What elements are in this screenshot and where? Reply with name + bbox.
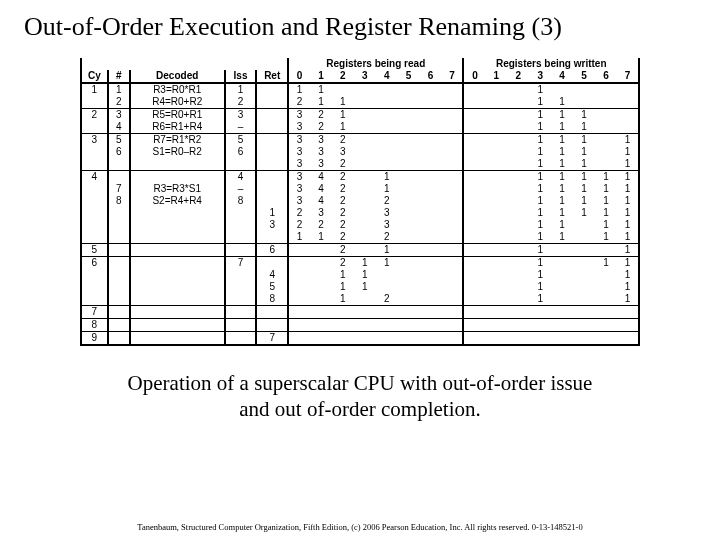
cell-rd3 [354,171,376,184]
table-row: 4R6=R1+R4–321111 [81,121,639,134]
cell-wr5: 1 [573,195,595,207]
cell-wr2 [507,244,529,257]
cell-wr6 [595,269,617,281]
cell-rd0: 3 [288,183,310,195]
cell-num: 1 [108,83,130,96]
table-row: 7 [81,306,639,319]
cell-rd3: 1 [354,281,376,293]
cell-rd7 [442,171,464,184]
cell-wr4: 1 [551,158,573,171]
cell-rd3 [354,96,376,109]
cell-wr0 [463,231,485,244]
caption-line2: and out of-order completion. [239,397,480,421]
cell-decoded: R3=R0*R1 [130,83,225,96]
cell-cy [81,158,108,171]
cell-wr3: 1 [529,183,551,195]
cell-decoded: S1=R0–R2 [130,146,225,158]
cell-wr4: 1 [551,207,573,219]
cell-wr2 [507,231,529,244]
cell-cy [81,281,108,293]
col-cy: Cy [81,70,108,83]
cell-iss [225,306,257,319]
cell-rd5 [398,293,420,306]
cell-wr0 [463,293,485,306]
cell-rd1: 4 [310,195,332,207]
cell-wr5 [573,332,595,346]
cell-rd7 [442,134,464,147]
cell-rd3 [354,83,376,96]
cell-num: 2 [108,96,130,109]
cell-ret: 5 [256,281,288,293]
cell-wr7: 1 [617,207,639,219]
cell-wr6: 1 [595,171,617,184]
cell-wr2 [507,269,529,281]
cell-cy [81,195,108,207]
cell-wr5 [573,281,595,293]
cell-wr5: 1 [573,134,595,147]
cell-wr7: 1 [617,195,639,207]
cell-wr1 [485,183,507,195]
cell-ret [256,134,288,147]
cell-ret: 6 [256,244,288,257]
cell-wr5: 1 [573,171,595,184]
rd0: 0 [288,70,310,83]
cell-wr6 [595,293,617,306]
cell-wr4: 1 [551,231,573,244]
cell-rd3 [354,158,376,171]
cell-rd3 [354,306,376,319]
cell-rd6 [420,121,442,134]
cell-ret: 3 [256,219,288,231]
cell-rd5 [398,281,420,293]
table-row: 562111 [81,244,639,257]
cell-iss [225,207,257,219]
cell-iss [225,281,257,293]
cell-rd5 [398,257,420,270]
cell-wr0 [463,158,485,171]
cell-rd2: 2 [332,257,354,270]
cell-decoded: R3=R3*S1 [130,183,225,195]
cell-num: 8 [108,195,130,207]
cell-cy [81,121,108,134]
cell-wr6 [595,83,617,96]
cell-wr2 [507,319,529,332]
cell-rd7 [442,306,464,319]
cell-wr5 [573,306,595,319]
cell-rd1: 3 [310,134,332,147]
cell-wr7: 1 [617,134,639,147]
cell-wr2 [507,207,529,219]
cell-rd5 [398,96,420,109]
cell-ret [256,319,288,332]
cell-wr3: 1 [529,281,551,293]
cell-wr7: 1 [617,269,639,281]
cell-decoded [130,293,225,306]
cell-rd5 [398,121,420,134]
cell-wr3: 1 [529,231,551,244]
cell-iss [225,244,257,257]
cell-wr5: 1 [573,121,595,134]
cell-wr1 [485,171,507,184]
cell-wr4: 1 [551,183,573,195]
cell-rd6 [420,244,442,257]
cell-rd0: 2 [288,219,310,231]
table-row: 6S1=R0–R263331111 [81,146,639,158]
cell-rd1 [310,257,332,270]
cell-rd7 [442,195,464,207]
cell-rd5 [398,306,420,319]
cell-cy: 6 [81,257,108,270]
table-row: 8S2=R4+R48342211111 [81,195,639,207]
cell-wr4: 1 [551,219,573,231]
cell-wr5: 1 [573,158,595,171]
cell-wr5 [573,244,595,257]
cell-rd4 [376,281,398,293]
cell-rd6 [420,195,442,207]
rd6: 6 [420,70,442,83]
cell-rd0 [288,293,310,306]
cell-rd6 [420,109,442,122]
cell-wr2 [507,281,529,293]
cell-wr1 [485,158,507,171]
cell-ret [256,171,288,184]
table-row: 3321111 [81,158,639,171]
cell-wr2 [507,96,529,109]
cell-cy [81,293,108,306]
cell-rd7 [442,293,464,306]
